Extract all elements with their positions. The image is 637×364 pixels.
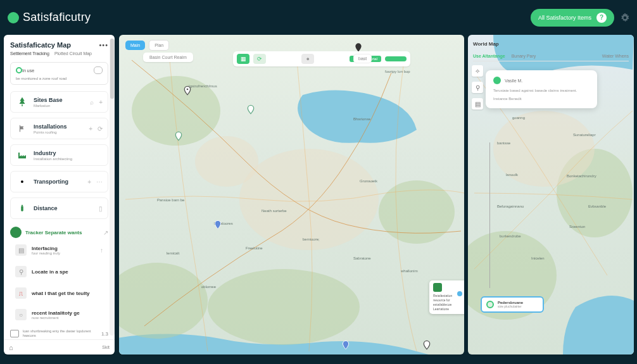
card-sub: Markation	[34, 104, 85, 108]
section-item-locate[interactable]: ⚲ Locate in a spe	[10, 263, 108, 280]
sidebar-section-head: Tracker Separate wants ↗	[10, 227, 108, 238]
radio-icon[interactable]	[16, 67, 22, 73]
chat-icon[interactable]	[94, 66, 103, 74]
right-map-title: World Map	[473, 41, 499, 47]
tree-icon	[16, 96, 28, 108]
sidebar-card-distance[interactable]: Distance ▯	[10, 198, 108, 219]
map-label: Freelutine	[246, 246, 263, 250]
right-map[interactable]: goanng bantsse Sunatureliapr lanoolk Bon…	[468, 35, 634, 355]
map-label: Bonketachirondry	[567, 174, 596, 178]
dot-icon: •	[16, 175, 28, 188]
circle-icon: ○	[15, 309, 27, 320]
plus-icon[interactable]: +	[99, 99, 103, 106]
plus-icon[interactable]: +	[89, 125, 92, 132]
map-label: oblomee	[201, 285, 216, 289]
card-sub: Points roofing	[34, 130, 84, 134]
open-icon[interactable]: ↗	[103, 229, 108, 236]
search-icon[interactable]: ⌕	[90, 99, 94, 106]
section-item-recent[interactable]: ○ recent Inatalitoty ge now recruitment	[10, 306, 108, 323]
map-tab-plan[interactable]: Plan	[149, 40, 169, 51]
map-marker[interactable]	[422, 339, 432, 351]
card-title: Transporting	[34, 179, 82, 185]
map-marker[interactable]	[182, 84, 192, 97]
top-status-pill[interactable]: All Satisfactory Items ?	[531, 9, 614, 27]
sidebar-scrollbar[interactable]	[110, 39, 115, 336]
map-label: lemicalt	[167, 251, 179, 255]
card-title: Installations	[34, 123, 84, 130]
top-pill-label: All Satisfactory Items	[538, 15, 591, 21]
location-dot-icon[interactable]	[456, 290, 464, 298]
layers-icon[interactable]: ▤	[472, 98, 483, 110]
card-title: Industry	[34, 150, 103, 156]
map-label: Evbsanble	[588, 204, 606, 208]
map-label: bantsse	[497, 141, 510, 145]
hint-label: In use	[22, 68, 34, 73]
sidebar-footer: ⌂ Skit	[4, 339, 115, 355]
sidebar-card-installations[interactable]: Installations Points roofing + ⟳	[10, 118, 108, 139]
more-icon[interactable]: ⋯	[96, 179, 103, 185]
map-label: burkendrobe	[500, 234, 521, 238]
up-icon[interactable]: ↑	[100, 247, 103, 254]
rtab-use[interactable]: Use Altantange	[473, 54, 505, 58]
popup-line: Leartatione	[433, 307, 464, 311]
refresh-icon[interactable]: ⟳	[98, 125, 103, 132]
sidebar-card-sites[interactable]: Sites Base Markation ⌕ +	[10, 91, 108, 113]
card-title: Distance	[34, 205, 94, 211]
sidebar-subtab-2[interactable]: Plotted Circuit Map	[54, 51, 92, 56]
help-icon[interactable]: ?	[596, 13, 607, 23]
bookmark-icon[interactable]: ▯	[99, 205, 103, 212]
popup-line: resource for	[433, 298, 464, 303]
pin-icon[interactable]: ⚲	[472, 82, 483, 93]
toolbar-slider[interactable]	[385, 56, 407, 61]
tool-marker[interactable]: ●	[301, 54, 314, 64]
flag-icon	[16, 122, 28, 135]
item-title: what I that get the teulty	[32, 291, 103, 296]
section-item-interfacing[interactable]: ▤ Interfacing four reading truly ↑	[10, 242, 108, 258]
foot-version: 1.3	[101, 331, 108, 337]
sidebar-menu-icon[interactable]: •••	[99, 41, 108, 49]
right-map-tabs: Use Altantange Bunary Pary Water Whens	[473, 54, 629, 61]
rtab-bunary[interactable]: Bunary Pary	[512, 54, 536, 58]
right-map-header: World Map	[473, 41, 629, 47]
section-badge-icon	[10, 227, 22, 238]
map-marker[interactable]	[213, 218, 223, 231]
map-label: Inicelen	[531, 256, 545, 260]
pin-icon: ⚲	[15, 266, 27, 277]
sidebar-card-industry[interactable]: Industry Installation architecting	[10, 144, 108, 166]
svg-point-4	[379, 180, 455, 244]
factory-icon	[16, 149, 28, 161]
rtab-water[interactable]: Water Whens	[602, 54, 629, 58]
plus-icon[interactable]: +	[87, 179, 91, 185]
sidebar-hint-box[interactable]: In use be monitored a zone roof road	[10, 62, 108, 85]
scroll-thumb[interactable]	[110, 39, 114, 99]
main-map[interactable]: Igstrofrench/mus fourtpy lon bop Bharion…	[119, 35, 464, 355]
map-label: Sunatureliapr	[573, 133, 596, 137]
item-title: Interfacing	[32, 246, 95, 251]
map-marker[interactable]	[173, 130, 184, 142]
app-logo[interactable]: Satisfaficutry	[8, 11, 91, 24]
map-tab-main[interactable]: Main	[125, 41, 145, 50]
home-icon[interactable]: ⌂	[9, 344, 13, 351]
map-marker[interactable]	[246, 103, 256, 116]
tool-refresh[interactable]: ⟳	[253, 54, 266, 64]
sidebar-card-transporting[interactable]: • Transporting + ⋯	[10, 171, 108, 192]
map-label: Gronaoetk	[360, 179, 377, 183]
tooltip-line2: Instance Benedit	[493, 96, 590, 102]
map-marker[interactable]	[341, 339, 351, 351]
bottle-icon	[16, 202, 28, 215]
tool-layers[interactable]: ▦	[237, 54, 249, 64]
foot-text: loan shortbreaking enty the daster lopdu…	[23, 329, 98, 338]
right-location-popup[interactable]: Pedersbruane size plucholatrier	[481, 296, 544, 313]
settings-icon[interactable]	[621, 13, 629, 22]
compass-icon[interactable]: ✧	[472, 65, 483, 77]
app-name: Satisfaficutry	[23, 11, 91, 24]
svg-point-5	[208, 269, 360, 345]
footer-status: Skit	[102, 345, 110, 349]
toolbar-chip-2[interactable]: bast	[353, 54, 372, 63]
map-terrain	[119, 35, 464, 355]
map-breadcrumb[interactable]: Basin Court Realm	[143, 53, 193, 62]
card-sub: Installation architecting	[34, 157, 103, 161]
map-label: goanng	[512, 116, 525, 120]
section-item-what[interactable]: ⎍ what I that get the teulty	[10, 285, 108, 301]
sidebar-subtab-1[interactable]: Settlement Tracking	[10, 51, 49, 56]
